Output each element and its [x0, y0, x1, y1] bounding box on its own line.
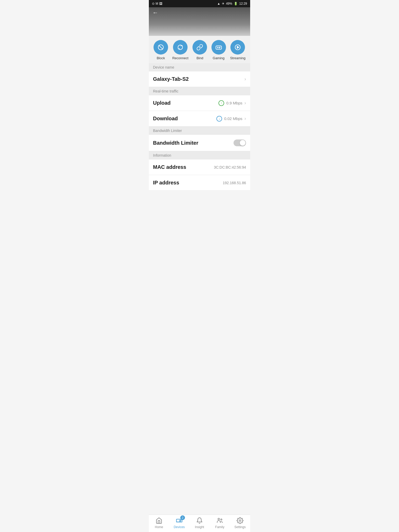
svg-marker-8 — [237, 46, 239, 49]
bind-icon — [196, 44, 203, 51]
streaming-label: Streaming — [230, 56, 245, 60]
svg-point-6 — [219, 48, 220, 48]
image-icon: 🖼 — [159, 2, 162, 5]
block-icon — [157, 44, 164, 51]
reconnect-button[interactable] — [173, 40, 188, 55]
action-item-bind: Bind — [192, 40, 207, 60]
gaming-label: Gaming — [213, 56, 225, 60]
block-button[interactable] — [154, 40, 168, 55]
bandwidth-limiter-toggle[interactable] — [234, 139, 246, 146]
page-content: Device name Galaxy-Tab-S2 › Real-time tr… — [149, 63, 250, 209]
download-chevron: › — [244, 116, 246, 121]
upload-label: Upload — [153, 100, 171, 106]
action-item-streaming: Streaming — [230, 40, 245, 60]
real-time-traffic-header: Real-time traffic — [149, 87, 250, 95]
upload-row[interactable]: Upload ↑ 0.9 Mbps › — [149, 95, 250, 111]
bandwidth-limiter-label: Bandwidth Limiter — [153, 140, 198, 146]
mac-address-label: MAC address — [153, 164, 186, 170]
ip-address-label: IP address — [153, 180, 179, 186]
action-item-block: Block — [154, 40, 168, 60]
svg-line-1 — [159, 45, 163, 49]
hero-section: ← — [149, 7, 250, 36]
circle-icon: ⊙ — [152, 2, 155, 5]
device-name-row[interactable]: Galaxy-Tab-S2 › — [149, 71, 250, 87]
clock: 12:29 — [239, 2, 247, 5]
streaming-icon — [234, 44, 241, 51]
device-name-chevron: › — [244, 76, 246, 82]
gaming-button[interactable] — [211, 40, 226, 55]
download-right: ↓ 0.02 Mbps › — [216, 116, 246, 122]
reconnect-icon — [177, 44, 184, 51]
mac-address-row: MAC address 3C:DC:BC:42:56:94 — [149, 159, 250, 175]
upload-value: 0.9 Mbps — [226, 101, 242, 105]
ip-address-row: IP address 192.168.51.86 — [149, 175, 250, 191]
upload-icon: ↑ — [218, 100, 224, 106]
download-row[interactable]: Download ↓ 0.02 Mbps › — [149, 111, 250, 127]
device-name-value: Galaxy-Tab-S2 — [153, 76, 189, 82]
block-label: Block — [157, 56, 165, 60]
action-item-gaming: Gaming — [211, 40, 226, 60]
battery-icon: 🔋 — [234, 2, 238, 5]
battery-percent: 49% — [226, 2, 232, 5]
upload-chevron: › — [244, 100, 246, 106]
information-header: Information — [149, 151, 250, 159]
airplane-icon: ✈ — [222, 2, 224, 5]
ip-address-value: 192.168.51.86 — [223, 181, 246, 185]
status-right-icons: ▲ ✈ 49% 🔋 12:29 — [217, 2, 247, 5]
streaming-button[interactable] — [230, 40, 245, 55]
mac-address-value: 3C:DC:BC:42:56:94 — [214, 165, 246, 169]
reconnect-label: Reconnect — [172, 56, 188, 60]
upload-right: ↑ 0.9 Mbps › — [218, 100, 246, 106]
gaming-icon — [215, 44, 222, 51]
toggle-thumb — [240, 140, 245, 146]
status-left-icons: ⊙ M 🖼 — [152, 2, 162, 5]
download-icon: ↓ — [216, 116, 222, 122]
gmail-icon: M — [156, 2, 158, 5]
back-button[interactable]: ← — [152, 10, 158, 16]
bandwidth-limiter-row: Bandwidth Limiter — [149, 135, 250, 151]
download-label: Download — [153, 116, 178, 122]
actions-row: Block Reconnect Bind — [149, 36, 250, 63]
bandwidth-limiter-header: Bandwidth Limiter — [149, 127, 250, 135]
toggle-track — [234, 139, 246, 146]
status-bar: ⊙ M 🖼 ▲ ✈ 49% 🔋 12:29 — [149, 0, 250, 7]
action-item-reconnect: Reconnect — [172, 40, 188, 60]
device-name-header: Device name — [149, 63, 250, 71]
wifi-icon: ▲ — [217, 2, 220, 5]
bind-button[interactable] — [192, 40, 207, 55]
bind-label: Bind — [196, 56, 203, 60]
download-value: 0.02 Mbps — [224, 116, 242, 121]
